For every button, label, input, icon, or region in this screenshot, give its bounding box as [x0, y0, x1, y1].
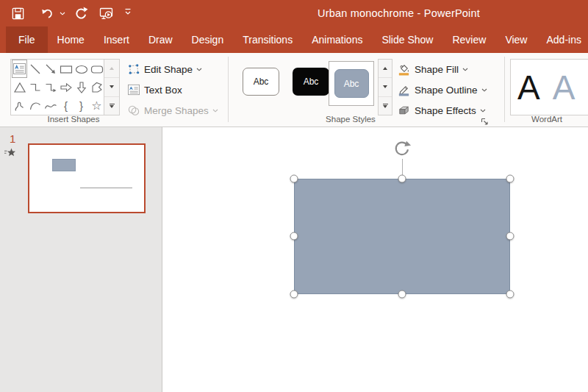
- resize-handle-bottom-left[interactable]: [290, 291, 298, 299]
- tab-view[interactable]: View: [495, 26, 537, 53]
- text-box-button[interactable]: Text Box: [127, 81, 182, 99]
- shape-style-swatch-3[interactable]: Abc: [334, 69, 369, 98]
- styles-more-button[interactable]: [379, 97, 392, 115]
- star-glyph: ☆: [91, 100, 101, 112]
- resize-handle-top-left[interactable]: [290, 175, 298, 183]
- gallery-more-button[interactable]: [104, 97, 119, 115]
- undo-dropdown-chevron[interactable]: [58, 10, 67, 17]
- shape-triangle-item[interactable]: [12, 78, 27, 96]
- customize-qat-icon: [124, 8, 132, 15]
- shape-arrow-down-item[interactable]: [74, 78, 89, 96]
- shape-styles-group-label: Shape Styles: [237, 115, 465, 124]
- shape-right-brace-item[interactable]: }: [74, 96, 89, 115]
- wordart-style-2[interactable]: A: [553, 71, 576, 104]
- shape-rectangle-item[interactable]: [58, 60, 74, 78]
- shape-fill-button[interactable]: Shape Fill: [397, 60, 468, 78]
- shape-oval-item[interactable]: [74, 60, 89, 78]
- slide-1-thumbnail[interactable]: [28, 143, 146, 213]
- arc-shape-icon: [28, 99, 43, 113]
- undo-icon: [40, 6, 54, 21]
- rotation-handle[interactable]: [392, 140, 412, 160]
- selected-rectangle-shape[interactable]: [294, 179, 510, 294]
- edit-shape-button[interactable]: Edit Shape: [127, 60, 202, 78]
- resize-handle-middle-left[interactable]: [290, 232, 298, 240]
- left-brace-glyph: {: [64, 100, 68, 111]
- chevron-down-icon: [480, 109, 486, 113]
- shape-scribble-item[interactable]: [12, 96, 27, 115]
- shape-fill-icon: [397, 63, 411, 76]
- gallery-scroll-up-button[interactable]: [104, 60, 119, 78]
- scroll-up-icon: [110, 67, 114, 70]
- redo-icon: [74, 6, 88, 21]
- resize-handle-top-center[interactable]: [398, 175, 406, 183]
- gallery-scroll-down-button[interactable]: [104, 78, 119, 96]
- shape-line-item[interactable]: [27, 60, 43, 78]
- tab-review[interactable]: Review: [442, 26, 495, 53]
- animation-indicator-star-icon[interactable]: [4, 147, 16, 158]
- shape-styles-dialog-launcher[interactable]: [480, 117, 490, 126]
- text-box-shape-icon: [12, 63, 26, 75]
- arrow-right-shape-icon: [59, 80, 74, 95]
- shape-star-item[interactable]: ☆: [89, 96, 104, 115]
- shape-outline-label: Shape Outline: [415, 85, 478, 96]
- customize-quick-access-toolbar-button[interactable]: [123, 8, 132, 15]
- shape-elbow-connector-item[interactable]: [27, 78, 43, 96]
- shape-text-box-item[interactable]: [12, 60, 27, 78]
- shape-freeform-item[interactable]: [89, 78, 104, 96]
- slideshow-icon: [98, 6, 114, 21]
- gallery-more-icon: [110, 105, 114, 108]
- arrow-down-shape-icon: [74, 80, 89, 95]
- tab-home[interactable]: Home: [48, 26, 94, 53]
- tab-insert[interactable]: Insert: [94, 26, 139, 53]
- resize-handle-middle-right[interactable]: [506, 232, 514, 240]
- powerpoint-window: Urban monochrome - PowerPoint File Home …: [0, 0, 588, 392]
- window-title: Urban monochrome - PowerPoint: [318, 0, 480, 26]
- wordart-style-1[interactable]: A: [517, 71, 540, 104]
- resize-handle-bottom-right[interactable]: [506, 291, 514, 299]
- scroll-up-icon: [383, 67, 387, 70]
- shape-left-brace-item[interactable]: {: [58, 96, 74, 115]
- text-box-icon: [127, 84, 140, 96]
- shape-rounded-rectangle-item[interactable]: [89, 60, 104, 78]
- shape-curve-item[interactable]: [43, 96, 58, 115]
- triangle-shape-icon: [12, 80, 27, 95]
- shape-style-swatch-2[interactable]: Abc: [293, 68, 329, 96]
- styles-scroll-up-button[interactable]: [379, 60, 392, 78]
- shape-arrow-right-item[interactable]: [58, 78, 74, 96]
- thumbnail-line: [80, 188, 132, 188]
- chevron-down-icon: [462, 68, 468, 71]
- freeform-shape-icon: [90, 80, 104, 95]
- tab-animations[interactable]: Animations: [302, 26, 372, 53]
- chevron-down-icon: [196, 68, 202, 71]
- elbow-connector-shape-icon: [28, 80, 43, 95]
- redo-button[interactable]: [72, 5, 90, 21]
- resize-handle-top-right[interactable]: [506, 175, 514, 183]
- chevron-down-icon: [212, 109, 218, 113]
- start-from-beginning-button[interactable]: [97, 5, 115, 21]
- shape-elbow-arrow-connector-item[interactable]: [43, 78, 58, 96]
- shape-arrow-item[interactable]: [43, 60, 58, 78]
- group-separator: [504, 57, 505, 122]
- styles-scroll-down-button[interactable]: [379, 78, 392, 96]
- shape-style-swatch-1[interactable]: Abc: [243, 68, 279, 96]
- ribbon-tab-row: File Home Insert Draw Design Transitions…: [0, 26, 588, 53]
- tab-file[interactable]: File: [6, 26, 48, 53]
- shape-outline-button[interactable]: Shape Outline: [397, 81, 487, 99]
- tab-slide-show[interactable]: Slide Show: [372, 26, 442, 53]
- scroll-down-icon: [110, 85, 114, 88]
- slide-canvas[interactable]: [162, 127, 588, 392]
- resize-handle-bottom-center[interactable]: [398, 291, 406, 299]
- undo-button[interactable]: [38, 5, 56, 21]
- wordart-gallery: A A: [510, 59, 588, 115]
- tab-draw[interactable]: Draw: [139, 26, 182, 53]
- group-separator: [228, 57, 229, 122]
- shape-arc-item[interactable]: [27, 96, 43, 115]
- save-button[interactable]: [9, 5, 26, 21]
- thumbnail-shape-rectangle: [52, 159, 76, 171]
- tab-transitions[interactable]: Transitions: [233, 26, 302, 53]
- slide-number: 1: [10, 132, 15, 145]
- edit-shape-label: Edit Shape: [144, 64, 193, 75]
- insert-shapes-group-label: Insert Shapes: [0, 115, 147, 124]
- tab-design[interactable]: Design: [182, 26, 234, 53]
- tab-add-ins[interactable]: Add-ins: [537, 26, 588, 53]
